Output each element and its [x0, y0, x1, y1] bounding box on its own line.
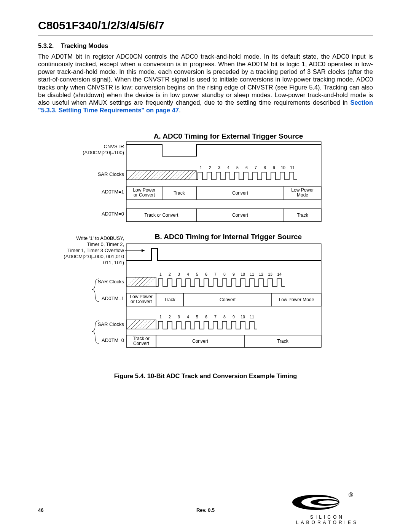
- svg-line-98: [135, 320, 144, 329]
- timing-diagram-svg: A. ADC0 Timing for External Trigger Sour…: [38, 131, 373, 367]
- svg-text:SAR Clocks: SAR Clocks: [98, 321, 124, 327]
- svg-text:8: 8: [223, 315, 226, 319]
- svg-line-16: [139, 171, 148, 180]
- svg-text:Track: Track: [164, 297, 176, 302]
- svg-text:Write '1' to AD0BUSY,: Write '1' to AD0BUSY,: [76, 235, 124, 241]
- svg-text:7: 7: [214, 272, 217, 276]
- a-row1-cell0: Low Poweror Convert: [133, 187, 155, 198]
- svg-text:Timer 0, Timer 2,: Timer 0, Timer 2,: [87, 241, 124, 247]
- svg-text:6: 6: [205, 315, 207, 319]
- svg-text:Track: Track: [277, 339, 289, 344]
- svg-text:3: 3: [178, 315, 180, 319]
- svg-point-111: [318, 500, 338, 504]
- label-sar-a: SAR Clocks: [98, 171, 124, 177]
- svg-text:6: 6: [245, 165, 248, 170]
- svg-line-100: [142, 320, 151, 329]
- svg-text:5: 5: [196, 315, 198, 319]
- svg-line-28: [184, 171, 193, 180]
- svg-text:6: 6: [205, 272, 207, 276]
- svg-line-24: [169, 171, 178, 180]
- label-ad0tm0-a: AD0TM=0: [102, 211, 124, 217]
- svg-line-20: [154, 171, 163, 180]
- silicon-labs-logo: ® SILICON LABORATORIES: [282, 492, 373, 525]
- brand-name: SILICON LABORATORIES: [282, 514, 373, 525]
- svg-line-18: [146, 171, 155, 180]
- svg-text:10: 10: [281, 165, 285, 170]
- svg-line-15: [135, 171, 144, 180]
- svg-line-21: [158, 171, 167, 180]
- doc-title: C8051F340/1/2/3/4/5/6/7: [38, 19, 373, 32]
- svg-text:Convert: Convert: [192, 339, 209, 344]
- figure-title-b: B. ADC0 Timing for Internal Trigger Sour…: [155, 233, 302, 241]
- body-paragraph: The AD0TM bit in register ADC0CN control…: [38, 53, 373, 114]
- label-cnvstr: CNVSTR: [104, 144, 124, 149]
- figure-5-4: A. ADC0 Timing for External Trigger Sour…: [38, 131, 373, 380]
- svg-line-27: [180, 171, 190, 180]
- svg-text:Track orConvert: Track orConvert: [133, 336, 150, 346]
- svg-text:Track: Track: [297, 212, 309, 218]
- svg-text:8: 8: [264, 165, 266, 170]
- svg-line-99: [139, 320, 148, 329]
- svg-line-68: [127, 277, 136, 286]
- svg-text:8: 8: [223, 272, 226, 276]
- svg-line-69: [131, 277, 140, 286]
- label-cnvstr-sub: (AD0CM[2:0]=100): [83, 150, 124, 155]
- svg-line-13: [127, 171, 136, 180]
- svg-text:Timer 1, Timer 3  Overflow: Timer 1, Timer 3 Overflow: [67, 248, 124, 253]
- svg-text:Convert: Convert: [232, 212, 249, 218]
- svg-text:1: 1: [159, 315, 162, 319]
- svg-text:(AD0CM[2:0]=000, 001,010: (AD0CM[2:0]=000, 001,010: [64, 254, 124, 259]
- svg-text:AD0TM=1: AD0TM=1: [102, 296, 124, 301]
- svg-text:12: 12: [259, 272, 263, 276]
- svg-line-101: [146, 320, 155, 329]
- svg-line-29: [188, 171, 196, 180]
- svg-text:1: 1: [159, 272, 162, 276]
- svg-text:Track: Track: [174, 190, 185, 196]
- svg-line-23: [165, 171, 174, 180]
- svg-rect-48: [126, 244, 321, 347]
- svg-rect-0: [126, 142, 321, 222]
- svg-line-70: [135, 277, 144, 286]
- svg-line-19: [150, 171, 159, 180]
- section-number: 5.3.2.: [38, 42, 54, 49]
- svg-text:7: 7: [214, 315, 217, 319]
- page-number: 46: [38, 507, 43, 513]
- svg-text:3: 3: [218, 165, 220, 170]
- label-ad0tm1-a: AD0TM=1: [102, 189, 124, 195]
- svg-text:3: 3: [178, 272, 180, 276]
- svg-line-72: [142, 277, 151, 286]
- svg-text:®: ®: [349, 492, 353, 498]
- svg-line-71: [139, 277, 148, 286]
- ticks-a: 1 2 3 4 5 6 7 8 9 10 11: [200, 165, 295, 170]
- svg-text:14: 14: [277, 272, 282, 276]
- svg-text:7: 7: [255, 165, 257, 170]
- svg-text:Low Poweror Convert: Low Poweror Convert: [130, 294, 152, 304]
- svg-text:4: 4: [227, 165, 229, 170]
- svg-text:2: 2: [169, 272, 171, 276]
- svg-text:11: 11: [250, 272, 254, 276]
- svg-text:9: 9: [233, 315, 235, 319]
- figure-title-a: A. ADC0 Timing for External Trigger Sour…: [154, 132, 303, 140]
- title-rule: [38, 35, 373, 35]
- svg-text:5: 5: [236, 165, 239, 170]
- svg-text:SAR Clocks: SAR Clocks: [98, 279, 124, 284]
- svg-text:011, 101): 011, 101): [103, 260, 124, 265]
- svg-rect-95: [126, 320, 156, 329]
- svg-text:5: 5: [196, 272, 198, 276]
- svg-text:9: 9: [233, 272, 235, 276]
- svg-text:2: 2: [209, 165, 211, 170]
- svg-rect-67: [126, 277, 156, 286]
- svg-line-97: [131, 320, 140, 329]
- svg-text:4: 4: [187, 272, 189, 276]
- svg-text:13: 13: [268, 272, 272, 276]
- svg-line-25: [173, 171, 182, 180]
- section-title: Tracking Modes: [61, 42, 108, 49]
- svg-text:AD0TM=0: AD0TM=0: [102, 337, 124, 343]
- svg-marker-50: [142, 249, 145, 252]
- svg-text:4: 4: [187, 315, 189, 319]
- svg-line-73: [146, 277, 155, 286]
- svg-line-22: [161, 171, 170, 180]
- svg-text:10: 10: [241, 272, 245, 276]
- svg-text:Low Power Mode: Low Power Mode: [279, 297, 314, 302]
- svg-text:Convert: Convert: [232, 190, 249, 196]
